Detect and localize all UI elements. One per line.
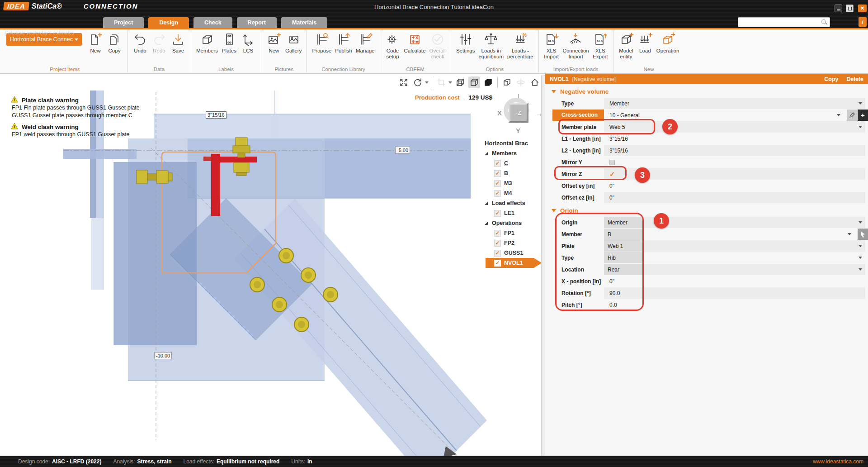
property-value-area[interactable]: 0" <box>604 192 865 203</box>
wireframe-view-button[interactable] <box>454 76 466 88</box>
checkbox-checked-icon[interactable]: ✓ <box>494 160 501 167</box>
tab-project[interactable]: Project <box>103 17 144 28</box>
collapse-icon[interactable] <box>485 222 488 225</box>
tab-materials[interactable]: Materials <box>281 17 327 28</box>
section-header-negative-volume[interactable]: Negative volume <box>545 87 868 96</box>
property-value-box[interactable]: Member <box>604 217 643 228</box>
chevron-down-icon[interactable] <box>859 245 862 247</box>
tree-section-load-effects[interactable]: Load effects <box>478 198 541 208</box>
view-cube-face[interactable]: -Z <box>509 103 528 123</box>
search-input[interactable] <box>738 19 821 25</box>
loads-in-equilibrium-button[interactable]: Loads in equilibrium <box>477 29 505 59</box>
property-value-box[interactable]: B <box>604 229 643 240</box>
home-view-button[interactable] <box>529 76 541 88</box>
connection-import-button[interactable]: Connection Import <box>561 29 590 59</box>
delete-button[interactable]: Delete <box>846 76 863 82</box>
copy-button[interactable]: Copy <box>824 76 838 82</box>
save-button[interactable]: Save <box>169 29 187 54</box>
checkbox-checked-icon[interactable]: ✓ <box>494 170 501 177</box>
property-value-area[interactable]: 0.0 <box>604 299 865 310</box>
tree-item-c[interactable]: ✓C <box>478 158 541 168</box>
panel-splitter[interactable] <box>541 75 545 456</box>
clip-view-button[interactable] <box>501 76 513 88</box>
viewport-3d[interactable]: !Plate clash warningFP1 Fin plate passes… <box>0 75 541 456</box>
collapse-icon[interactable] <box>552 209 556 212</box>
property-value-area[interactable]: Web 1 <box>604 240 865 252</box>
edit-button[interactable] <box>847 110 857 121</box>
settings-button[interactable]: Settings <box>455 29 476 54</box>
add-button[interactable]: + <box>858 110 868 121</box>
pick-button[interactable] <box>858 229 868 240</box>
minimize-button[interactable] <box>835 5 842 12</box>
collapse-icon[interactable] <box>485 202 488 205</box>
close-button[interactable]: ✕ <box>858 5 867 12</box>
property-value-area[interactable]: 3"15/16 <box>604 145 865 156</box>
load-button[interactable]: Load <box>636 29 654 54</box>
checkbox-checked-icon[interactable]: ✓ <box>609 172 615 177</box>
property-value-area[interactable]: Rear <box>604 264 865 275</box>
calculate-button[interactable]: Calculate <box>403 29 427 54</box>
publish-button[interactable]: Publish <box>334 29 354 54</box>
collapse-icon[interactable] <box>485 152 488 155</box>
manage-button[interactable]: Manage <box>354 29 376 54</box>
chevron-down-icon[interactable] <box>848 233 851 235</box>
chevron-down-icon[interactable] <box>859 257 862 259</box>
copy-button[interactable]: Copy <box>105 29 123 54</box>
tree-section-members[interactable]: Members <box>478 148 541 158</box>
members-button[interactable]: Members <box>195 29 219 54</box>
undo-button[interactable]: Undo <box>131 29 149 54</box>
solid-view-button[interactable] <box>482 76 494 88</box>
view-cube-axis-x[interactable]: X <box>497 109 502 117</box>
checkbox-checked-icon[interactable]: ✓ <box>494 210 501 217</box>
tree-item-le1[interactable]: ✓LE1 <box>478 208 541 218</box>
collapse-icon[interactable] <box>552 90 556 93</box>
chevron-down-icon[interactable] <box>448 81 452 84</box>
property-value-area[interactable]: 10 - General <box>604 110 844 121</box>
tree-item-fp2[interactable]: ✓FP2 <box>478 238 541 248</box>
hidden-line-view-button[interactable] <box>468 76 480 88</box>
checkbox-checked-icon[interactable]: ✓ <box>494 180 501 187</box>
operation-button[interactable]: Operation <box>655 29 681 54</box>
tree-item-guss1[interactable]: ✓GUSS1 <box>478 248 541 258</box>
maximize-button[interactable] <box>846 5 854 12</box>
property-value-area[interactable]: 90.0 <box>604 287 865 299</box>
model-entity-button[interactable]: Model entity <box>617 29 635 59</box>
property-value-area[interactable]: Member <box>604 98 865 109</box>
property-value-area[interactable]: Rib <box>604 252 865 263</box>
property-value-area[interactable]: B <box>604 229 854 240</box>
view-cube-axis-y[interactable]: Y <box>516 127 520 134</box>
gallery-button[interactable]: Gallery <box>284 29 303 54</box>
tree-item-fp1[interactable]: ✓FP1 <box>478 228 541 238</box>
tree-item-m4[interactable]: ✓M4 <box>478 188 541 198</box>
view-cube[interactable]: -Z X Y ⇢ <box>499 97 541 135</box>
tree-item-nvol1[interactable]: ✓NVOL1 <box>478 258 541 268</box>
tree-item-b[interactable]: ✓B <box>478 168 541 178</box>
new-button[interactable]: New <box>86 29 104 54</box>
checkbox-checked-icon[interactable]: ✓ <box>494 240 501 247</box>
new-button[interactable]: New <box>265 29 283 54</box>
rotate-view-button[interactable] <box>412 76 424 88</box>
property-value-area[interactable]: 0" <box>604 276 865 287</box>
tree-item-selected-banner[interactable]: ✓NVOL1 <box>486 258 541 268</box>
website-link[interactable]: www.ideastatica.com <box>813 458 863 465</box>
checkbox-checked-icon[interactable]: ✓ <box>494 250 501 257</box>
chevron-down-icon[interactable] <box>859 268 862 271</box>
info-button[interactable]: i <box>859 17 867 27</box>
tab-report[interactable]: Report <box>237 17 277 28</box>
tree-item-m3[interactable]: ✓M3 <box>478 178 541 188</box>
xls-import-button[interactable]: XLSXLS Import <box>542 29 561 59</box>
property-value-area[interactable]: 3"15/16 <box>604 133 865 144</box>
chevron-down-icon[interactable] <box>837 114 840 116</box>
tab-check[interactable]: Check <box>193 17 232 28</box>
propose-button[interactable]: Propose <box>311 29 333 54</box>
checkbox-icon[interactable] <box>609 160 615 165</box>
checkbox-checked-icon[interactable]: ✓ <box>494 260 501 267</box>
checkbox-checked-icon[interactable]: ✓ <box>494 190 501 197</box>
chevron-down-icon[interactable] <box>425 81 429 84</box>
tree-section-operations[interactable]: Operations <box>478 218 541 228</box>
code-setup-button[interactable]: Code setup <box>384 29 402 59</box>
property-value-area[interactable]: Web 5 <box>604 121 865 133</box>
property-value-box[interactable]: Web 1 <box>604 240 643 252</box>
property-value-box[interactable]: Rib <box>604 252 643 263</box>
fit-view-button[interactable] <box>398 76 410 88</box>
